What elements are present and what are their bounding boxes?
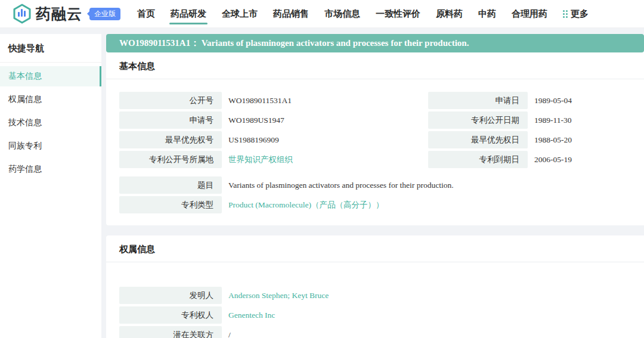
field-label-earliest-priority-date: 最早优先权日 [428,131,528,148]
field-value-assignee-link[interactable]: Genentech Inc [222,306,644,324]
field-value-patent-type-link[interactable]: Product (Macromolecule)（产品（高分子）） [222,196,644,213]
patent-title-banner: WO1989011531A1： Variants of plasminogen … [106,34,644,52]
quick-nav-sidebar: 快捷导航 基本信息 权属信息 技术信息 同族专利 药学信息 [0,34,101,338]
field-label-patent-type: 专利类型 [119,196,222,213]
sidebar-item-patent-family[interactable]: 同族专利 [0,136,101,156]
nav-item-home[interactable]: 首页 [137,1,155,27]
nav-item-global-launch[interactable]: 全球上市 [222,1,258,27]
basic-info-full-rows: 题目 Variants of plasminogen activators an… [119,176,644,213]
field-label-title: 题目 [119,176,222,194]
field-label-potential-related-party: 潜在关联方 [119,326,222,338]
field-label-application-date: 申请日 [428,92,528,109]
field-label-assignee: 专利权人 [119,306,222,324]
field-label-publication-date: 专利公开日期 [428,111,528,129]
nav-item-more[interactable]: 更多 [563,1,589,27]
basic-info-card: WO1989011531A1： Variants of plasminogen … [106,34,644,225]
field-label-expiry-date: 专利到期日 [428,151,528,168]
field-value-application-date: 1989-05-04 [528,92,644,109]
grid-dots-icon [563,10,568,18]
field-value-inventors-link[interactable]: Anderson Stephen; Keyt Bruce [222,287,644,304]
field-value-potential-related-party: / [222,326,644,338]
field-value-title: Variants of plasminogen activators and p… [222,176,644,194]
field-value-publication-number: WO1989011531A1 [222,92,428,109]
brand-logo[interactable]: 药融云 企业版 [12,4,120,24]
page-body: 快捷导航 基本信息 权属信息 技术信息 同族专利 药学信息 WO19890115… [0,28,644,338]
sidebar-item-pharma-info[interactable]: 药学信息 [0,159,101,179]
nav-item-market-info[interactable]: 市场信息 [324,1,360,27]
nav-item-rational-use[interactable]: 合理用药 [512,1,547,27]
field-value-expiry-date: 2006-05-19 [528,151,644,168]
field-label-application-number: 申请号 [119,111,222,129]
field-value-publication-region-link[interactable]: 世界知识产权组织 [222,151,428,168]
sidebar-item-technical-info[interactable]: 技术信息 [0,113,101,133]
enterprise-badge: 企业版 [89,8,120,20]
brand-name: 药融云 [36,4,82,24]
field-value-application-number: WO1989US1947 [222,111,428,129]
basic-info-table: 公开号 WO1989011531A1 申请日 1989-05-04 申请号 WO… [119,92,644,168]
field-label-publication-region: 专利公开号所属地 [119,151,222,168]
field-label-inventors: 发明人 [119,287,222,304]
basic-info-section-title: 基本信息 [106,52,644,79]
ownership-info-table: 发明人 Anderson Stephen; Keyt Bruce 专利权人 Ge… [119,287,644,338]
nav-item-tcm[interactable]: 中药 [478,1,496,27]
field-value-earliest-priority-date: 1988-05-20 [528,131,644,148]
sidebar-item-basic-info[interactable]: 基本信息 [0,66,101,86]
field-value-publication-date: 1989-11-30 [528,111,644,129]
ownership-section-title: 权属信息 [106,235,644,262]
main-content: WO1989011531A1： Variants of plasminogen … [106,34,644,338]
sidebar-item-ownership-info[interactable]: 权属信息 [0,89,101,110]
field-label-publication-number: 公开号 [119,92,222,109]
main-nav: 首页 药品研发 全球上市 药品销售 市场信息 一致性评价 原料药 中药 合理用药… [137,1,589,27]
field-value-earliest-priority-number: US1988196909 [222,131,428,148]
nav-item-drug-rd[interactable]: 药品研发 [171,1,206,27]
ownership-info-card: 权属信息 发明人 Anderson Stephen; Keyt Bruce 专利… [106,235,644,338]
field-label-earliest-priority-number: 最早优先权号 [119,131,222,148]
nav-item-drug-sales[interactable]: 药品销售 [273,1,309,27]
nav-item-consistency-eval[interactable]: 一致性评价 [376,1,420,27]
nav-item-api[interactable]: 原料药 [436,1,463,27]
top-navbar: 药融云 企业版 首页 药品研发 全球上市 药品销售 市场信息 一致性评价 原料药… [0,0,644,28]
sidebar-list: 基本信息 权属信息 技术信息 同族专利 药学信息 [0,63,101,179]
nav-more-label: 更多 [571,8,589,20]
pharnex-cloud-logo-icon [12,4,32,24]
sidebar-title: 快捷导航 [0,34,101,63]
